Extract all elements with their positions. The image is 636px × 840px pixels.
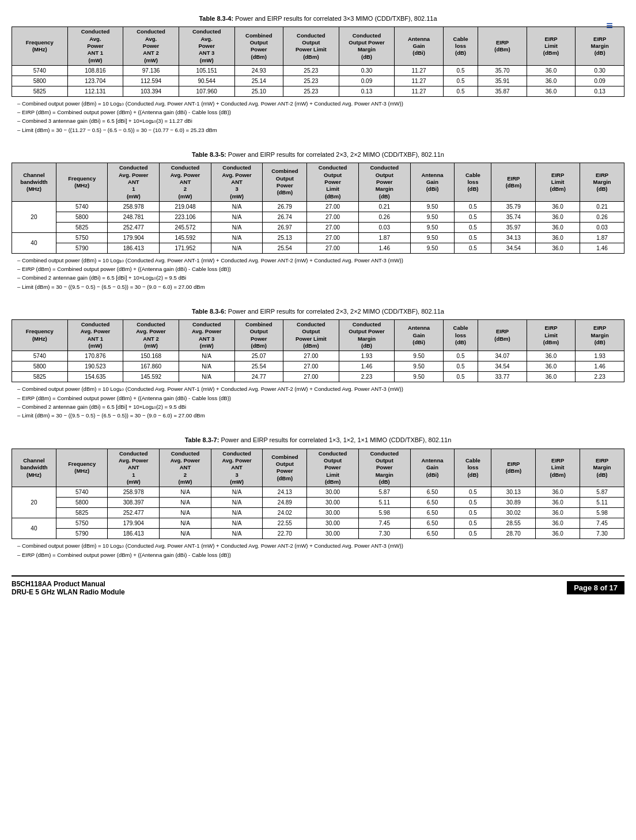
col-header-9: EIRP(dBm): [478, 320, 527, 351]
cell-1-7: 9.50: [395, 361, 444, 372]
cell-0-0-8: 0.5: [455, 487, 491, 498]
cell-1-0-0: 5750: [56, 518, 108, 529]
cell-1-0-1: 179.904: [108, 232, 160, 243]
cell-1-1-2: 171.952: [160, 243, 211, 253]
cell-1-0-1: 179.904: [108, 518, 160, 529]
logo-icon: ≡: [606, 19, 613, 32]
cell-0-6: 0.30: [339, 66, 395, 76]
cell-2-10: 36.0: [527, 86, 576, 97]
cell-0-2-10: 36.0: [536, 508, 580, 518]
cell-1-4: 25.54: [234, 361, 283, 372]
cell-2-4: 25.10: [234, 86, 283, 97]
cell-1-7: 11.27: [395, 76, 444, 86]
notes-table3: – Combined output power (dBm) = 10 Log₁₀…: [12, 385, 624, 420]
table-row: 5825252.477N/AN/A24.0230.005.986.500.530…: [12, 508, 624, 518]
cell-0-0-11: 5.87: [580, 487, 624, 498]
cell-0-2-2: 245.572: [160, 222, 211, 232]
footer-page-number: Page 8 of 17: [567, 581, 624, 594]
cell-0-0-11: 0.21: [580, 201, 624, 212]
cell-0-7: 9.50: [395, 351, 444, 361]
col-header-8: AntennaGain(dBi): [410, 163, 455, 202]
col-header-3: ConductedAvg.PowerANT 3(mW): [179, 27, 234, 66]
section-table4: Table 8.3-7: Power and EIRP results for …: [12, 436, 624, 559]
cell-0-0-0: 5740: [56, 487, 108, 498]
cell-1-0-9: 34.13: [491, 232, 536, 243]
cell-0-1-7: 9.50: [410, 212, 455, 222]
bw-cell-1: 40: [12, 232, 56, 253]
cell-0-2-6: 5.98: [358, 508, 410, 518]
cell-0-5: 25.23: [283, 66, 339, 76]
cell-1-6: 0.09: [339, 76, 395, 86]
cell-1-1-2: N/A: [160, 529, 211, 539]
cell-0-2-6: 0.03: [358, 222, 410, 232]
cell-1-1-5: 27.00: [307, 243, 359, 253]
cell-1-1-1: 186.413: [108, 529, 160, 539]
col-header-1: Frequency(MHz): [56, 449, 108, 487]
cell-2-8: 0.5: [443, 86, 478, 97]
footer-product-subtitle: DRU-E 5 GHz WLAN Radio Module: [12, 588, 125, 596]
cell-0-2: 150.168: [123, 351, 179, 361]
note-item: – EIRP (dBm) = Combined output power (dB…: [17, 265, 624, 273]
cell-0-1-1: 308.397: [108, 498, 160, 508]
cell-2-10: 36.0: [527, 372, 576, 382]
col-header-1: ConductedAvg.PowerANT 1(mW): [67, 27, 123, 66]
cell-2-5: 27.00: [283, 372, 339, 382]
cell-1-3: N/A: [179, 361, 234, 372]
cell-2-1: 154.635: [67, 372, 123, 382]
table-title-table2: Table 8.3-5: Power and EIRP results for …: [12, 150, 624, 159]
cell-1-0-9: 28.55: [491, 518, 536, 529]
note-item: – EIRP (dBm) = Combined output power (dB…: [17, 394, 624, 402]
cell-1-6: 1.46: [339, 361, 395, 372]
cell-1-1-4: 25.54: [263, 243, 307, 253]
cell-0-2-3: N/A: [211, 508, 263, 518]
cell-0-0: 5740: [12, 351, 68, 361]
cell-0-3: N/A: [179, 351, 234, 361]
table-row: 405750179.904145.592N/A25.1327.001.879.5…: [12, 232, 624, 243]
data-table-table2: Channelbandwidth(MHz)Frequency(MHz)Condu…: [12, 163, 624, 254]
cell-1-0: 5800: [12, 361, 68, 372]
cell-1-0-5: 30.00: [307, 518, 359, 529]
table-row: 5800123.704112.59490.54425.1425.230.0911…: [12, 76, 624, 86]
cell-1-0-7: 6.50: [410, 518, 455, 529]
cell-0-2-8: 0.5: [455, 222, 491, 232]
col-header-11: EIRPLimit(dBm): [536, 449, 580, 487]
col-header-5: ConductedOutputPower Limit(dBm): [283, 320, 339, 351]
note-item: – Combined output power (dBm) = 10 Log₁₀…: [17, 541, 624, 550]
bw-cell-1: 40: [12, 518, 56, 539]
cell-1-1-11: 7.30: [580, 529, 624, 539]
col-header-4: CombinedOutputPower(dBm): [234, 320, 283, 351]
cell-1-1-3: N/A: [211, 529, 263, 539]
note-item: – EIRP (dBm) = Combined output power (dB…: [17, 551, 624, 559]
cell-2-11: 0.13: [576, 86, 624, 97]
cell-0-0-2: 219.048: [160, 201, 211, 212]
col-header-10: EIRPLimit(dBm): [527, 320, 576, 351]
cell-0-0-9: 35.79: [491, 201, 536, 212]
cell-1-2: 112.594: [123, 76, 179, 86]
cell-2-11: 2.23: [576, 372, 624, 382]
cell-0-1-10: 36.0: [536, 498, 580, 508]
table-row: 5800190.523167.860N/A25.5427.001.469.500…: [12, 361, 624, 372]
col-header-11: EIRPMargin(dB): [576, 27, 624, 66]
col-header-3: ConductedAvg. PowerANT 3(mW): [179, 320, 234, 351]
cell-1-11: 1.46: [576, 361, 624, 372]
col-header-10: EIRPLimit(dBm): [527, 27, 576, 66]
col-header-0: Channelbandwidth(MHz): [12, 163, 56, 202]
cell-0-2-1: 252.477: [108, 222, 160, 232]
cell-0-1-2: N/A: [160, 498, 211, 508]
cell-0-2-9: 30.02: [491, 508, 536, 518]
cell-0-2-9: 35.97: [491, 222, 536, 232]
cell-2-9: 33.77: [478, 372, 527, 382]
cell-1-5: 25.23: [283, 76, 339, 86]
cell-1-8: 0.5: [443, 76, 478, 86]
col-header-10: EIRP(dBm): [491, 163, 536, 202]
cell-0-2-4: 26.97: [263, 222, 307, 232]
col-header-4: ConductedAvg. PowerANT3(mW): [211, 163, 263, 202]
cell-0-1-11: 5.11: [580, 498, 624, 508]
col-header-11: EIRPLimit(dBm): [536, 163, 580, 202]
cell-1-1-8: 0.5: [455, 529, 491, 539]
cell-0-2-0: 5825: [56, 508, 108, 518]
cell-1-10: 36.0: [527, 76, 576, 86]
cell-0-0-4: 24.13: [263, 487, 307, 498]
cell-1-0-2: 145.592: [160, 232, 211, 243]
col-header-0: Channelbandwidth(MHz): [12, 449, 56, 487]
